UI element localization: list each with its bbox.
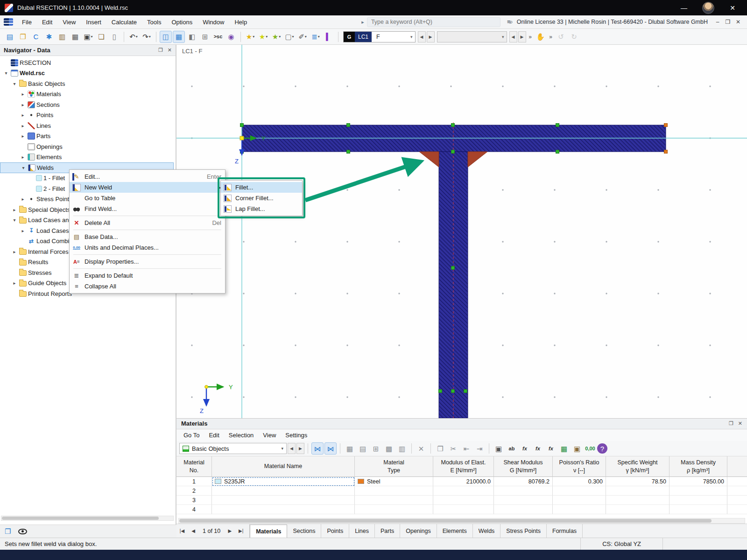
tree-closed-arrow-icon[interactable]: ▸ (11, 249, 18, 254)
context-menu-item-collapse-all[interactable]: Collapse All (70, 281, 225, 292)
prev-load-case-button[interactable]: ◀ (418, 31, 426, 42)
tree-closed-arrow-icon[interactable]: ▸ (20, 196, 26, 202)
table-cell[interactable] (669, 505, 727, 514)
table-cell[interactable]: 0.300 (553, 477, 606, 486)
format-brush-button[interactable]: ✐▾ (296, 31, 309, 43)
submenu-item-corner-fillet[interactable]: Corner Fillet... (221, 193, 302, 203)
navigator-close-icon[interactable] (168, 47, 172, 53)
new-model-button[interactable]: ▤ (4, 31, 16, 43)
green-handle[interactable] (439, 390, 442, 393)
table-cell[interactable]: 2 (176, 486, 212, 496)
submenu-item-fillet[interactable]: Fillet... (221, 182, 302, 193)
table-cell[interactable] (494, 486, 553, 496)
tree-item-weld-rsc[interactable]: ▾Weld.rsc (0, 68, 176, 79)
context-menu-item-edit[interactable]: Edit...Enter (70, 171, 225, 182)
tree-item-parts[interactable]: ▸Parts (0, 131, 176, 142)
tree-closed-arrow-icon[interactable]: ▸ (20, 112, 26, 118)
insert-row-button[interactable]: ⊞ (370, 442, 382, 455)
tab-openings[interactable]: Openings (400, 524, 437, 538)
table-cell[interactable]: 4 (176, 505, 212, 514)
table-cell[interactable]: 7850.00 (669, 477, 727, 486)
table-cell[interactable] (494, 496, 553, 505)
context-menu-item-expand-to-default[interactable]: Expand to Default (70, 270, 225, 281)
table-cell[interactable]: Steel (355, 477, 433, 486)
load-case-combobox[interactable]: GLC1F▾ (343, 31, 416, 42)
table-help-button[interactable]: ? (597, 443, 607, 454)
prev-page-button[interactable]: ◀ (188, 524, 199, 538)
materials-menu-settings[interactable]: Settings (281, 429, 311, 441)
green-handle[interactable] (347, 150, 350, 154)
green-handle[interactable] (451, 390, 455, 393)
base-data-button[interactable]: ▥ (56, 31, 68, 43)
to-scale-button[interactable]: >sc (212, 31, 224, 43)
table-cell[interactable] (494, 505, 553, 514)
favorites-button[interactable]: ★▾ (244, 31, 256, 43)
green-handle[interactable] (240, 124, 244, 127)
table-cell[interactable] (355, 505, 433, 514)
origin-node[interactable] (240, 136, 244, 140)
sync-model-button[interactable]: ⋈ (324, 442, 337, 455)
view-navigator-button[interactable]: ◧ (186, 31, 198, 43)
copy-button[interactable]: ❏ (95, 31, 107, 43)
menu-options[interactable]: Options (166, 15, 197, 29)
chevron-down-icon[interactable]: ▾ (279, 35, 281, 39)
toolbar-overflow-button[interactable]: » (527, 34, 534, 40)
tab-sections[interactable]: Sections (287, 524, 321, 538)
green-handle[interactable] (464, 390, 467, 393)
keyword-search-input[interactable] (367, 17, 500, 27)
layers-button[interactable]: ≣▾ (310, 31, 322, 43)
secondary-combobox[interactable]: ▾ (437, 31, 507, 42)
context-menu-item-find-weld[interactable]: Find Weld... (70, 203, 225, 214)
menu-help[interactable]: Help (229, 15, 252, 29)
combo-prev-button[interactable]: ◀ (509, 31, 517, 42)
print-button[interactable]: ▣▾ (82, 31, 94, 43)
tab-elements[interactable]: Elements (437, 524, 473, 538)
green-handle[interactable] (451, 266, 455, 270)
green-handle[interactable] (556, 150, 559, 154)
context-menu-item-new-weld[interactable]: New Weld▸ (70, 182, 225, 193)
tree-item-openings[interactable]: Openings (0, 141, 176, 152)
green-handle[interactable] (451, 124, 455, 127)
tree-closed-arrow-icon[interactable]: ▸ (20, 133, 26, 139)
drawing-canvas[interactable]: Y Z Y Z LC1 - F (176, 45, 747, 418)
chevron-down-icon[interactable]: ▾ (408, 35, 415, 39)
table-cell[interactable] (553, 486, 606, 496)
next-page-button[interactable]: ▶ (224, 524, 235, 538)
chevron-down-icon[interactable]: ▾ (253, 35, 254, 39)
table-cell[interactable] (606, 486, 669, 496)
table-cell[interactable] (433, 505, 494, 514)
menu-calculate[interactable]: Calculate (106, 15, 142, 29)
tab-welds[interactable]: Welds (473, 524, 501, 538)
tree-item-elements[interactable]: ▸Elements (0, 152, 176, 163)
next-load-case-button[interactable]: ▶ (427, 31, 435, 42)
formula-clear-button[interactable]: fx (532, 442, 544, 455)
chevron-down-icon[interactable]: ▾ (266, 35, 268, 39)
chevron-down-icon[interactable]: ▾ (292, 35, 294, 39)
materials-close-icon[interactable] (738, 420, 742, 427)
render-mode-button[interactable]: ◉ (225, 31, 237, 43)
scope-dropdown[interactable]: Basic Objects▾ (179, 443, 287, 454)
combo-next-button[interactable]: ▶ (518, 31, 526, 42)
view-model-button[interactable]: ◫ (160, 31, 172, 43)
tree-item-materials[interactable]: ▸Materials (0, 89, 176, 100)
green-handle[interactable] (347, 124, 350, 127)
last-page-button[interactable]: ▶| (235, 524, 247, 538)
visibility-eye-icon[interactable] (18, 529, 27, 534)
materials-menu-view[interactable]: View (259, 429, 280, 441)
materials-menu-edit[interactable]: Edit (204, 429, 223, 441)
mdi-close-button[interactable] (733, 19, 743, 25)
table-cell[interactable] (212, 505, 355, 514)
chevron-down-icon[interactable]: ▾ (149, 35, 151, 39)
view-tables-button[interactable]: ▦ (173, 31, 185, 43)
tab-materials[interactable]: Materials (250, 525, 287, 538)
tree-open-arrow-icon[interactable]: ▾ (11, 217, 18, 223)
tree-item-sections[interactable]: ▸Sections (0, 99, 176, 110)
table-cell[interactable] (669, 486, 727, 496)
chevron-down-icon[interactable]: ▾ (318, 35, 320, 39)
materials-float-icon[interactable] (729, 420, 733, 427)
tab-stress-points[interactable]: Stress Points (500, 524, 547, 538)
menu-insert[interactable]: Insert (81, 15, 106, 29)
tab-formulas[interactable]: Formulas (547, 524, 583, 538)
tree-closed-arrow-icon[interactable]: ▸ (11, 280, 18, 286)
sync-button[interactable]: C (30, 31, 42, 43)
